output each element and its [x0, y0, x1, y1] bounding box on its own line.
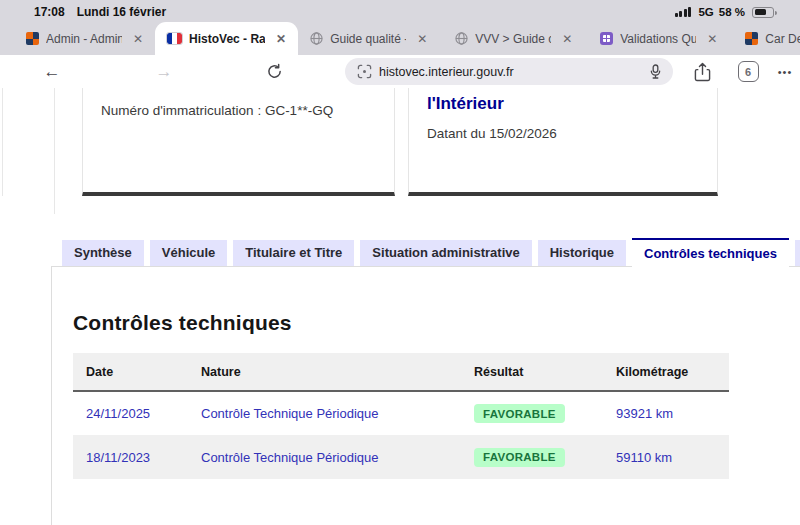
browser-chrome: 17:08 Lundi 16 février 5G 58 % Admin - A…: [0, 0, 800, 55]
tab-kilometrage[interactable]: Kilométrage: [795, 240, 800, 266]
address-bar[interactable]: histovec.interieur.gouv.fr: [345, 58, 673, 85]
battery-percent: 58 %: [719, 6, 745, 18]
reload-icon[interactable]: [262, 55, 286, 88]
french-flag-favicon: [167, 33, 182, 44]
browser-tab-strip: Admin - Admin ✕ HistoVec - Rap ✕ Guide q…: [0, 22, 800, 55]
status-bar: 17:08 Lundi 16 février 5G 58 %: [0, 0, 800, 22]
browser-tab-vvv-guide[interactable]: VVV > Guide c ✕: [443, 22, 584, 55]
report-tab-bar: Synthèse Véhicule Titulaire et Titre Sit…: [62, 238, 800, 271]
navigation-bar: ← → histovec.interieur.gouv.fr 6 •••: [0, 55, 800, 88]
browser-tab-admin[interactable]: Admin - Admin ✕: [14, 22, 155, 55]
ministry-info-card: Informations du Ministère de l'Intérieur…: [408, 88, 718, 196]
tab-synthese[interactable]: Synthèse: [62, 240, 144, 266]
close-tab-icon[interactable]: ✕: [562, 32, 572, 46]
cell-kilometrage: 59110 km: [603, 435, 729, 479]
tab-situation-administrative[interactable]: Situation administrative: [360, 240, 531, 266]
vehicle-card: Le véhicule Numéro d'immatriculation : G…: [82, 88, 395, 196]
cell-nature: Contrôle Technique Périodique: [188, 391, 461, 435]
table-header-row: Date Nature Résultat Kilométrage: [73, 353, 729, 391]
page-settings-icon[interactable]: [357, 64, 372, 79]
status-badge: FAVORABLE: [474, 404, 565, 423]
tab-controles-techniques[interactable]: Contrôles techniques: [632, 238, 789, 271]
ministry-card-title: Informations du Ministère de l'Intérieur: [427, 88, 699, 115]
close-tab-icon[interactable]: ✕: [276, 32, 286, 46]
signal-icon: [675, 7, 692, 17]
browser-tab-title: Admin - Admin: [46, 32, 122, 46]
web-page-content: Le véhicule Numéro d'immatriculation : G…: [0, 88, 800, 525]
vehicle-registration-number: Numéro d'immatriculation : GC-1**-GQ: [101, 101, 376, 120]
grid-favicon: [745, 32, 758, 45]
cell-date: 24/11/2025: [73, 391, 188, 435]
more-options-icon[interactable]: •••: [772, 55, 798, 88]
status-badge: FAVORABLE: [474, 448, 565, 467]
tab-vehicule[interactable]: Véhicule: [150, 240, 227, 266]
microphone-icon[interactable]: [649, 64, 662, 83]
url-text[interactable]: histovec.interieur.gouv.fr: [379, 65, 514, 79]
browser-tab-title: Guide qualité -: [330, 32, 406, 46]
network-type: 5G: [698, 6, 713, 18]
purple-table-favicon: [600, 32, 613, 45]
cell-resultat: FAVORABLE: [461, 435, 603, 479]
browser-tab-guide-qualite[interactable]: Guide qualité - ✕: [298, 22, 439, 55]
table-row: 18/11/2023 Contrôle Technique Périodique…: [73, 435, 729, 479]
ministry-card-date: Datant du 15/02/2026: [427, 124, 699, 143]
controles-techniques-panel: Contrôles techniques Date Nature Résulta…: [51, 266, 800, 525]
forward-icon[interactable]: →: [152, 55, 176, 88]
browser-tab-histovec[interactable]: HistoVec - Rap ✕: [155, 22, 298, 55]
cell-resultat: FAVORABLE: [461, 391, 603, 435]
cell-nature: Contrôle Technique Périodique: [188, 435, 461, 479]
clock: 17:08: [34, 5, 65, 19]
section-heading: Contrôles techniques: [73, 311, 800, 335]
back-icon[interactable]: ←: [40, 55, 64, 88]
table-row: 24/11/2025 Contrôle Technique Périodique…: [73, 391, 729, 435]
browser-tab-title: Car Detail - Ad: [765, 32, 800, 46]
tab-overview-button[interactable]: 6: [735, 55, 761, 88]
browser-tab-car-detail[interactable]: Car Detail - Ad ✕: [733, 22, 800, 55]
status-date: Lundi 16 février: [77, 5, 166, 19]
tab-historique[interactable]: Historique: [538, 240, 626, 266]
browser-tab-title: HistoVec - Rap: [189, 32, 265, 46]
close-tab-icon[interactable]: ✕: [417, 32, 427, 46]
tab-count: 6: [738, 61, 759, 82]
close-tab-icon[interactable]: ✕: [133, 32, 143, 46]
browser-tab-title: Validations Qu: [620, 32, 696, 46]
browser-tab-title: VVV > Guide c: [475, 32, 551, 46]
header-nature: Nature: [188, 353, 461, 391]
close-tab-icon[interactable]: ✕: [707, 32, 717, 46]
browser-tab-validations[interactable]: Validations Qu ✕: [588, 22, 729, 55]
inspections-table: Date Nature Résultat Kilométrage 24/11/2…: [73, 353, 729, 479]
globe-favicon: [455, 32, 468, 45]
tab-titulaire-et-titre[interactable]: Titulaire et Titre: [233, 240, 354, 266]
cell-kilometrage: 93921 km: [603, 391, 729, 435]
header-kilometrage: Kilométrage: [603, 353, 729, 391]
header-date: Date: [73, 353, 188, 391]
card-edge-divider: [2, 88, 3, 196]
grid-favicon: [26, 32, 39, 45]
battery-icon: [752, 7, 774, 18]
header-resultat: Résultat: [461, 353, 603, 391]
globe-favicon: [310, 32, 323, 45]
share-icon[interactable]: [690, 55, 714, 88]
cards-container-border: [54, 88, 55, 214]
cell-date: 18/11/2023: [73, 435, 188, 479]
vehicle-card-title: Le véhicule: [101, 88, 376, 92]
